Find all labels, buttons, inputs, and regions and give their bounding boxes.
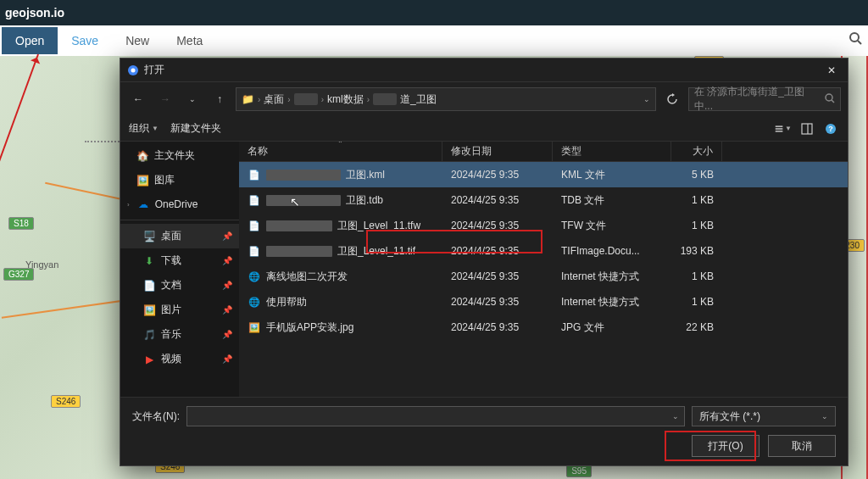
new-folder-button[interactable]: 新建文件夹	[170, 121, 221, 136]
search-icon	[825, 93, 835, 106]
filetype-select[interactable]: 所有文件 (*.*)⌄	[692, 406, 836, 426]
sidebar-gallery[interactable]: 🖼️图库	[120, 168, 239, 192]
sidebar-onedrive[interactable]: ›☁OneDrive	[120, 192, 239, 216]
open-button[interactable]: 打开(O)	[692, 435, 760, 457]
file-row[interactable]: 📄卫图.tdb 2024/4/25 9:35 TDB 文件 1 KB	[239, 187, 848, 213]
file-list[interactable]: 📄卫图.kml 2024/4/25 9:35 KML 文件 5 KB 📄卫图.t…	[239, 162, 848, 397]
file-list-header: 名称⌃ 修改日期 类型 大小	[239, 142, 848, 162]
road-badge: S95	[566, 465, 592, 477]
sidebar-videos[interactable]: ▶视频📌	[120, 347, 239, 371]
svg-line-1	[858, 41, 861, 44]
column-type[interactable]: 类型	[553, 142, 671, 161]
column-name[interactable]: 名称⌃	[239, 142, 442, 161]
search-input[interactable]: 在 济源市北海街道_卫图 中...	[688, 87, 841, 111]
nav-back-button[interactable]: ←	[127, 88, 149, 110]
file-icon: 📄	[248, 193, 261, 207]
pictures-icon: 🖼️	[142, 304, 156, 317]
sidebar-desktop[interactable]: 🖥️桌面📌	[120, 224, 239, 248]
file-date: 2024/4/25 9:35	[442, 321, 553, 333]
file-size: 1 KB	[671, 194, 722, 206]
file-icon: 🌐	[248, 295, 261, 309]
filename-input[interactable]: ⌄	[186, 406, 685, 426]
home-icon: 🏠	[136, 149, 149, 163]
path-segment[interactable]: 桌面	[264, 92, 284, 107]
file-icon: 🖼️	[248, 320, 261, 334]
file-date: 2024/4/25 9:35	[442, 245, 553, 257]
gallery-icon: 🖼️	[136, 174, 149, 187]
file-row[interactable]: 🖼️手机版APP安装.jpg 2024/4/25 9:35 JPG 文件 22 …	[239, 315, 848, 340]
menu-save[interactable]: Save	[58, 27, 112, 54]
help-button[interactable]: ?	[822, 120, 839, 137]
file-row[interactable]: 🌐离线地图二次开发 2024/4/25 9:35 Internet 快捷方式 1…	[239, 264, 848, 289]
file-icon: 🌐	[248, 270, 261, 283]
svg-point-0	[850, 33, 859, 42]
close-button[interactable]: ✕	[822, 63, 841, 78]
sidebar: 🏠主文件夹 🖼️图库 ›☁OneDrive 🖥️桌面📌 ⬇下载📌 📄文档📌 🖼️…	[120, 142, 239, 397]
desktop-icon: 🖥️	[142, 230, 156, 243]
dialog-footer: 文件名(N): ⌄ 所有文件 (*.*)⌄ 打开(O) 取消	[120, 397, 848, 465]
app-header: geojson.io	[0, 0, 868, 25]
file-size: 1 KB	[671, 270, 722, 282]
file-type: Internet 快捷方式	[553, 295, 671, 309]
search-placeholder: 在 济源市北海街道_卫图 中...	[694, 85, 825, 114]
sidebar-downloads[interactable]: ⬇下载📌	[120, 248, 239, 273]
folder-icon: 📁	[242, 93, 254, 105]
preview-pane-button[interactable]	[798, 120, 815, 137]
file-open-dialog: 打开 ✕ ← → ⌄ ↑ 📁› 桌面› › kml数据› 道_卫图 ⌄ 在 济源…	[120, 58, 849, 466]
filename-label: 文件名(N):	[132, 409, 180, 424]
file-size: 5 KB	[671, 169, 722, 181]
sort-indicator: ⌃	[337, 142, 343, 148]
svg-text:?: ?	[828, 125, 833, 133]
cancel-button[interactable]: 取消	[768, 435, 836, 457]
file-list-area: 名称⌃ 修改日期 类型 大小 📄卫图.kml 2024/4/25 9:35 KM…	[239, 142, 848, 397]
view-mode-button[interactable]: ▼	[775, 120, 792, 137]
dialog-title: 打开	[144, 63, 822, 77]
file-name: 卫图.kml	[346, 168, 385, 182]
sidebar-documents[interactable]: 📄文档📌	[120, 273, 239, 298]
refresh-button[interactable]	[661, 88, 683, 110]
nav-forward-button[interactable]: →	[154, 88, 176, 110]
file-type: JPG 文件	[553, 320, 671, 335]
column-date[interactable]: 修改日期	[442, 142, 553, 161]
video-icon: ▶	[142, 353, 156, 366]
file-row[interactable]: 📄卫图_Level_11.tfw 2024/4/25 9:35 TFW 文件 1…	[239, 213, 848, 238]
dialog-toolbar: 组织▼ 新建文件夹 ▼ ?	[120, 116, 848, 142]
sidebar-music[interactable]: 🎵音乐📌	[120, 322, 239, 347]
file-date: 2024/4/25 9:35	[442, 194, 553, 206]
organize-menu[interactable]: 组织▼	[129, 121, 159, 136]
chrome-icon	[127, 64, 139, 76]
path-bar[interactable]: 📁› 桌面› › kml数据› 道_卫图 ⌄	[236, 87, 656, 111]
file-icon: 📄	[248, 219, 261, 232]
road-badge: S18	[8, 217, 34, 230]
music-icon: 🎵	[142, 328, 156, 342]
path-segment[interactable]: 道_卫图	[400, 92, 437, 107]
menu-open[interactable]: Open	[2, 27, 58, 54]
sidebar-home[interactable]: 🏠主文件夹	[120, 143, 239, 168]
file-row[interactable]: 📄卫图_Level_11.tif 2024/4/25 9:35 TIFImage…	[239, 238, 848, 264]
sidebar-pictures[interactable]: 🖼️图片📌	[120, 298, 239, 322]
column-size[interactable]: 大小	[671, 142, 722, 161]
file-row[interactable]: 📄卫图.kml 2024/4/25 9:35 KML 文件 5 KB	[239, 162, 848, 187]
file-row[interactable]: 🌐使用帮助 2024/4/25 9:35 Internet 快捷方式 1 KB	[239, 289, 848, 315]
pin-icon: 📌	[222, 231, 232, 241]
pin-icon: 📌	[222, 330, 232, 339]
file-name: 卫图_Level_11.tif	[337, 244, 415, 259]
expand-icon[interactable]: ›	[127, 201, 130, 209]
file-date: 2024/4/25 9:35	[442, 220, 553, 231]
nav-up-button[interactable]: ↑	[209, 88, 231, 110]
pin-icon: 📌	[222, 256, 232, 265]
menu-meta[interactable]: Meta	[163, 27, 216, 54]
file-type: TIFImage.Docu...	[553, 245, 671, 257]
search-icon[interactable]	[846, 29, 865, 47]
pin-icon: 📌	[222, 354, 232, 364]
road-badge: G327	[3, 268, 34, 281]
file-date: 2024/4/25 9:35	[442, 296, 553, 308]
file-name: 卫图_Level_11.tfw	[337, 219, 420, 233]
svg-rect-8	[776, 131, 783, 131]
path-segment[interactable]: kml数据	[327, 92, 364, 107]
svg-point-4	[826, 94, 832, 101]
chevron-down-icon[interactable]: ⌄	[643, 95, 650, 103]
file-name: 卫图.tdb	[346, 193, 383, 208]
nav-recent-button[interactable]: ⌄	[181, 88, 203, 110]
menu-new[interactable]: New	[112, 27, 163, 54]
